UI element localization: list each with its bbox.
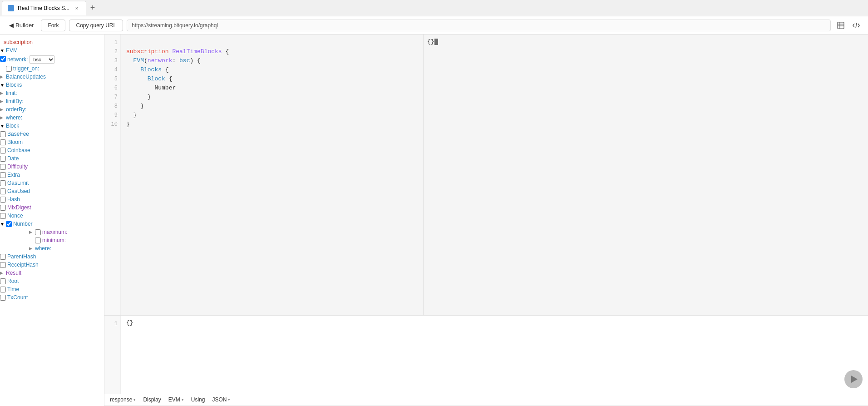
result-label: Result xyxy=(6,270,21,276)
bloom-check[interactable] xyxy=(0,139,6,145)
difficulty-check[interactable] xyxy=(0,164,6,170)
sidebar-item-network[interactable]: network: bsc eth matic xyxy=(0,54,104,64)
block-label: Block xyxy=(6,123,19,129)
tab-close-button[interactable]: × xyxy=(73,5,80,12)
evm-dropdown[interactable]: EVM ▾ xyxy=(168,396,184,403)
extra-check[interactable] xyxy=(0,172,6,178)
code-editor-region[interactable]: 1 2 3 4 5 6 7 8 9 10 subscription RealTi… xyxy=(104,35,423,315)
sidebar-item-balance-updates[interactable]: ▶ BalanceUpdates xyxy=(0,73,104,81)
sidebar-item-gaslimit[interactable]: GasLimit xyxy=(0,179,104,187)
code-editor-content[interactable]: subscription RealTimeBlocks { EVM(networ… xyxy=(121,35,423,315)
new-tab-button[interactable]: + xyxy=(86,2,99,15)
sidebar-item-number[interactable]: ▼ Number xyxy=(0,220,104,228)
display-label: Display xyxy=(143,396,161,403)
root-check[interactable] xyxy=(0,278,6,284)
active-tab[interactable]: Real Time Blocks S... × xyxy=(2,1,86,15)
date-check[interactable] xyxy=(0,156,6,162)
sidebar-item-txcount[interactable]: TxCount xyxy=(0,293,104,302)
root-label: Root xyxy=(7,278,19,284)
sidebar-item-extra[interactable]: Extra xyxy=(0,171,104,179)
line-num-10: 10 xyxy=(104,120,120,129)
json-dropdown[interactable]: JSON ▾ xyxy=(212,396,230,403)
sidebar-item-date[interactable]: Date xyxy=(0,154,104,163)
sidebar-item-maximum[interactable]: ▶ maximum: xyxy=(0,228,104,236)
evm-dropdown-label: EVM xyxy=(168,396,180,403)
sidebar-item-basefee[interactable]: BaseFee xyxy=(0,130,104,138)
hash-check[interactable] xyxy=(0,197,6,203)
parenthash-check[interactable] xyxy=(0,254,6,260)
fork-button[interactable]: Fork xyxy=(41,20,65,31)
basefee-check[interactable] xyxy=(0,131,6,137)
receipthash-check[interactable] xyxy=(0,262,6,268)
sidebar-item-difficulty[interactable]: Difficulty xyxy=(0,163,104,171)
time-check[interactable] xyxy=(0,287,6,292)
where-expand-icon: ▶ xyxy=(0,115,5,120)
network-check[interactable] xyxy=(0,56,6,62)
line-num-2: 2 xyxy=(104,47,120,56)
sidebar-item-block[interactable]: ▼ Block xyxy=(0,122,104,130)
nonce-label: Nonce xyxy=(7,213,23,219)
sidebar-item-hash[interactable]: Hash xyxy=(0,195,104,203)
response-dropdown-arrow: ▾ xyxy=(133,397,136,402)
sidebar-item-gasused[interactable]: GasUsed xyxy=(0,187,104,195)
response-label: response xyxy=(110,396,132,403)
result-line-numbers: 1 xyxy=(104,316,121,394)
sidebar-item-where[interactable]: ▶ where: xyxy=(0,114,104,122)
minimum-check[interactable] xyxy=(35,238,41,243)
table-view-icon[interactable] xyxy=(834,19,847,32)
sidebar-item-minimum[interactable]: minimum: xyxy=(0,236,104,244)
limit-label: limit: xyxy=(6,90,17,96)
sidebar-item-nonce[interactable]: Nonce xyxy=(0,212,104,220)
sidebar-item-bloom[interactable]: Bloom xyxy=(0,138,104,146)
sidebar-item-blocks[interactable]: ▼ Blocks xyxy=(0,81,104,89)
gasused-check[interactable] xyxy=(0,188,6,194)
sidebar-item-time[interactable]: Time xyxy=(0,285,104,293)
line-num-7: 7 xyxy=(104,93,120,102)
coinbase-label: Coinbase xyxy=(7,147,30,153)
result-area: 1 {} response ▾ Display EVM xyxy=(104,315,868,406)
orderby-label: orderBy: xyxy=(6,106,26,113)
nonce-check[interactable] xyxy=(0,213,6,219)
number-check[interactable] xyxy=(6,221,12,227)
coinbase-check[interactable] xyxy=(0,148,6,153)
gaslimit-check[interactable] xyxy=(0,180,6,186)
bloom-label: Bloom xyxy=(7,139,23,145)
copy-query-url-button[interactable]: Copy query URL xyxy=(69,20,123,31)
sidebar-item-trigger[interactable]: trigger_on: xyxy=(0,64,104,73)
network-select[interactable]: bsc eth matic xyxy=(29,55,55,64)
sidebar-item-coinbase[interactable]: Coinbase xyxy=(0,146,104,154)
main-area: subscription ▼ EVM network: bsc eth mati… xyxy=(0,35,868,406)
builder-back-button[interactable]: ◀ Builder xyxy=(5,20,37,30)
json-dropdown-label: JSON xyxy=(212,396,227,403)
sidebar-item-mixdigest[interactable]: MixDigest xyxy=(0,203,104,212)
play-button[interactable] xyxy=(844,370,863,388)
line-num-6: 6 xyxy=(104,84,120,93)
sidebar-item-root[interactable]: Root xyxy=(0,277,104,285)
limitby-expand-icon: ▶ xyxy=(0,99,5,104)
trigger-check[interactable] xyxy=(6,66,12,72)
sidebar-item-limit[interactable]: ▶ limit: xyxy=(0,89,104,97)
sidebar-item-limitby[interactable]: ▶ limitBy: xyxy=(0,97,104,105)
txcount-check[interactable] xyxy=(0,295,6,301)
url-input[interactable] xyxy=(127,20,831,31)
sidebar-item-receipthash[interactable]: ReceiptHash xyxy=(0,261,104,269)
sidebar-item-where-sub[interactable]: ▶ where: xyxy=(0,244,104,253)
maximum-check[interactable] xyxy=(35,229,41,235)
mixdigest-check[interactable] xyxy=(0,205,6,211)
date-label: Date xyxy=(7,155,19,162)
back-arrow-icon: ◀ xyxy=(9,22,14,29)
code-view-icon[interactable] xyxy=(850,19,863,32)
blocks-label: Blocks xyxy=(6,82,22,88)
response-dropdown[interactable]: response ▾ xyxy=(110,396,136,403)
sidebar-item-parenthash[interactable]: ParentHash xyxy=(0,253,104,261)
receipthash-label: ReceiptHash xyxy=(7,262,39,268)
code-editor-top: 1 2 3 4 5 6 7 8 9 10 subscription RealTi… xyxy=(104,35,868,315)
gasused-label: GasUsed xyxy=(7,188,30,194)
sidebar-item-orderby[interactable]: ▶ orderBy: xyxy=(0,105,104,114)
sidebar-item-result[interactable]: ▶ Result xyxy=(0,269,104,277)
blocks-collapse-icon: ▼ xyxy=(0,83,5,88)
sidebar-item-evm[interactable]: ▼ EVM xyxy=(0,46,104,54)
limitby-label: limitBy: xyxy=(6,98,24,104)
extra-label: Extra xyxy=(7,172,20,178)
toolbar: ◀ Builder Fork Copy query URL xyxy=(0,16,868,35)
